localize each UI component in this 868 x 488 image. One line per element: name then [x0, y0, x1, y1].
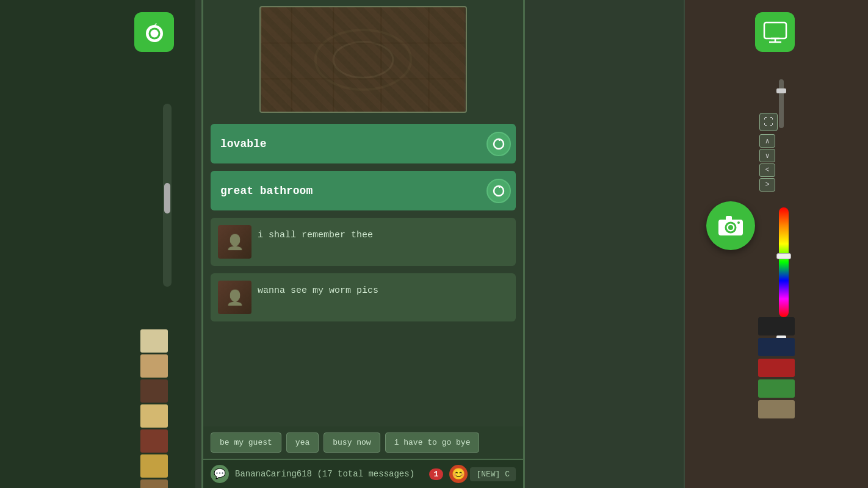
chat-panel: lovable great bathroom — [201, 0, 525, 488]
chat-avatar-2 — [218, 281, 251, 314]
refresh-icon-bathroom — [492, 184, 505, 198]
chat-message-1-block: i shall remember thee — [211, 218, 516, 266]
chat-status-icon: 💬 — [211, 465, 229, 483]
tomato-icon — [142, 20, 167, 45]
refresh-icon-lovable — [492, 137, 505, 151]
svg-point-20 — [728, 225, 733, 230]
app-icon-topleft[interactable] — [134, 12, 174, 52]
status-bar: 💬 BananaCaring618 (17 total messages) 1 … — [203, 459, 523, 488]
tag-message-bathroom-text: great bathroom — [220, 185, 313, 197]
right-swatch-dark-blue[interactable] — [758, 338, 795, 356]
left-panel — [0, 0, 195, 488]
svg-rect-21 — [726, 216, 732, 221]
swatch-brown[interactable] — [140, 479, 168, 488]
arrow-left-button[interactable]: < — [759, 163, 775, 177]
right-swatch-red[interactable] — [758, 359, 795, 377]
camera-button[interactable] — [706, 201, 755, 250]
tag-message-bathroom: great bathroom — [211, 171, 516, 210]
messages-container[interactable]: lovable great bathroom — [203, 119, 523, 426]
new-icon: 😊 — [449, 465, 468, 483]
chat-avatar-1 — [218, 225, 251, 259]
right-swatch-green[interactable] — [758, 379, 795, 398]
chat-message-2: wanna see my worm pics — [211, 273, 516, 321]
chat-message-1-text: i shall remember thee — [258, 225, 373, 240]
expand-button[interactable]: ⛶ — [759, 113, 778, 131]
app-icon-topright[interactable] — [755, 12, 795, 52]
status-new-area: 😊 [NEW] C — [449, 465, 516, 483]
svg-point-8 — [316, 30, 411, 90]
quick-reply-yea[interactable]: yea — [286, 432, 319, 453]
expand-icon: ⛶ — [764, 117, 773, 128]
tag-message-lovable: lovable — [211, 124, 516, 163]
swatch-medium-brown[interactable] — [140, 429, 168, 453]
scrollbar-track[interactable] — [163, 104, 172, 287]
swatch-light-tan[interactable] — [140, 329, 168, 353]
tag-message-bathroom-block: great bathroom — [211, 171, 516, 210]
svg-point-9 — [333, 42, 393, 78]
status-new-label[interactable]: [NEW] C — [470, 467, 516, 481]
right-slider-track-top[interactable] — [779, 79, 784, 128]
svg-rect-14 — [764, 23, 786, 38]
right-color-panel — [758, 317, 795, 418]
status-notification-badge: 1 — [429, 468, 444, 480]
svg-rect-3 — [262, 7, 465, 112]
monitor-icon — [763, 21, 787, 43]
right-swatch-khaki[interactable] — [758, 400, 795, 418]
tag-refresh-lovable-btn[interactable] — [486, 132, 511, 156]
status-username: BananaCaring618 (17 total messages) — [235, 469, 423, 479]
scrollbar-thumb[interactable] — [164, 183, 170, 214]
arrow-buttons: ∧ ∨ < > — [759, 134, 775, 192]
quick-reply-busy-now[interactable]: busy now — [324, 432, 380, 453]
left-color-swatches — [140, 329, 168, 488]
camera-icon — [717, 215, 744, 237]
tag-message-lovable-block: lovable — [211, 124, 516, 163]
tag-refresh-bathroom-btn[interactable] — [486, 179, 511, 203]
swatch-tan[interactable] — [140, 354, 168, 378]
color-slider-handle[interactable] — [776, 253, 791, 259]
quick-replies: be my guest yea busy now i have to go by… — [203, 426, 523, 459]
right-slider-handle-top[interactable] — [776, 88, 786, 93]
chat-message-1: i shall remember thee — [211, 218, 516, 266]
quick-reply-bye[interactable]: i have to go bye — [385, 432, 480, 453]
chat-image-preview — [259, 6, 467, 113]
chat-message-2-text: wanna see my worm pics — [258, 281, 378, 296]
swatch-gold[interactable] — [140, 404, 168, 428]
color-slider[interactable] — [779, 207, 789, 317]
right-swatch-black[interactable] — [758, 317, 795, 336]
swatch-amber[interactable] — [140, 454, 168, 478]
arrow-right-button[interactable]: > — [759, 178, 775, 192]
chat-message-2-block: wanna see my worm pics — [211, 273, 516, 321]
tag-message-lovable-text: lovable — [220, 138, 267, 150]
arrow-up-button[interactable]: ∧ — [759, 134, 775, 148]
arrow-down-button[interactable]: ∨ — [759, 149, 775, 162]
quick-reply-be-my-guest[interactable]: be my guest — [211, 432, 281, 453]
svg-point-22 — [737, 221, 740, 224]
swatch-dark-brown[interactable] — [140, 379, 168, 403]
preview-image — [261, 7, 466, 112]
